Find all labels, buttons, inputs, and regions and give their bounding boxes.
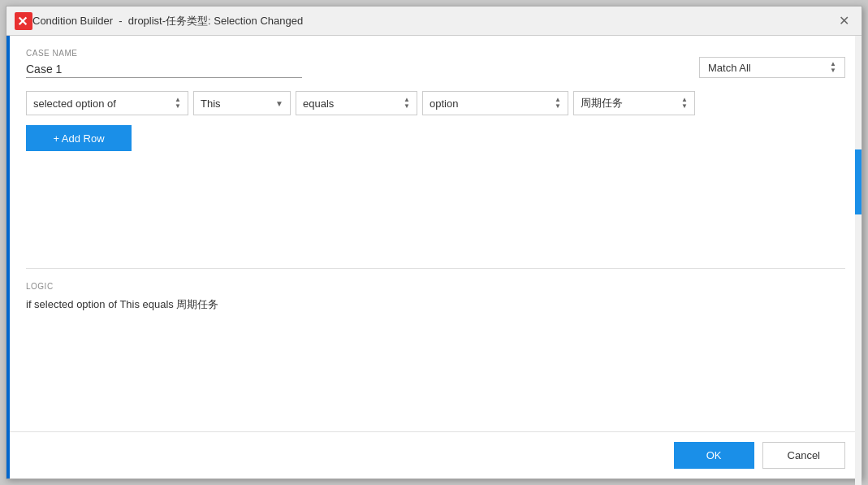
field5-dropdown[interactable]: 周期任务 ▲ ▼ bbox=[573, 91, 695, 115]
field4-dropdown[interactable]: option ▲ ▼ bbox=[422, 91, 568, 115]
condition-row: selected option of ▲ ▼ This ▼ equals ▲ ▼… bbox=[26, 91, 845, 115]
app-logo: ✕ bbox=[15, 12, 32, 30]
close-button[interactable]: ✕ bbox=[834, 11, 853, 31]
add-row-button[interactable]: + Add Row bbox=[26, 125, 132, 151]
field4-value: option bbox=[430, 97, 548, 110]
field2-value: This bbox=[201, 97, 272, 110]
field3-value: equals bbox=[303, 97, 397, 110]
main-content: CASE NAME Match All ▲ ▼ selected option … bbox=[6, 36, 862, 431]
case-name-section: CASE NAME bbox=[26, 49, 302, 78]
field2-dropdown[interactable]: This ▼ bbox=[193, 91, 291, 115]
logic-label: LOGIC bbox=[26, 282, 845, 291]
left-accent bbox=[6, 36, 10, 479]
top-row: CASE NAME Match All ▲ ▼ bbox=[26, 49, 845, 78]
field4-arrows: ▲ ▼ bbox=[555, 97, 561, 110]
spacer bbox=[26, 151, 845, 258]
match-all-dropdown[interactable]: Match All ▲ ▼ bbox=[699, 57, 845, 78]
case-name-label: CASE NAME bbox=[26, 49, 302, 58]
field3-dropdown[interactable]: equals ▲ ▼ bbox=[296, 91, 417, 115]
match-all-arrows: ▲ ▼ bbox=[830, 61, 836, 74]
match-all-value: Match All bbox=[708, 62, 751, 74]
condition-builder-window: ✕ Condition Builder - droplist-任务类型: Sel… bbox=[6, 6, 862, 479]
bottom-buttons: OK Cancel bbox=[6, 431, 862, 479]
divider-top bbox=[26, 268, 845, 269]
case-name-input[interactable] bbox=[26, 61, 302, 78]
field1-arrows: ▲ ▼ bbox=[175, 97, 181, 110]
logic-section: LOGIC if selected option of This equals … bbox=[26, 279, 845, 312]
field3-arrows: ▲ ▼ bbox=[404, 97, 410, 110]
field5-arrows: ▲ ▼ bbox=[681, 97, 688, 110]
cancel-button[interactable]: Cancel bbox=[762, 442, 845, 469]
right-scrollbar bbox=[855, 36, 862, 485]
field5-value: 周期任务 bbox=[581, 96, 675, 110]
title-bar-text: Condition Builder - droplist-任务类型: Selec… bbox=[32, 14, 834, 28]
field1-value: selected option of bbox=[33, 97, 168, 110]
title-bar: ✕ Condition Builder - droplist-任务类型: Sel… bbox=[6, 6, 862, 36]
svg-text:✕: ✕ bbox=[17, 15, 28, 28]
ok-button[interactable]: OK bbox=[674, 442, 754, 469]
field1-dropdown[interactable]: selected option of ▲ ▼ bbox=[26, 91, 188, 115]
field2-arrow: ▼ bbox=[275, 99, 283, 108]
spacer2 bbox=[26, 312, 845, 419]
scrollbar-thumb bbox=[855, 149, 862, 214]
logic-text: if selected option of This equals 周期任务 bbox=[26, 297, 845, 312]
